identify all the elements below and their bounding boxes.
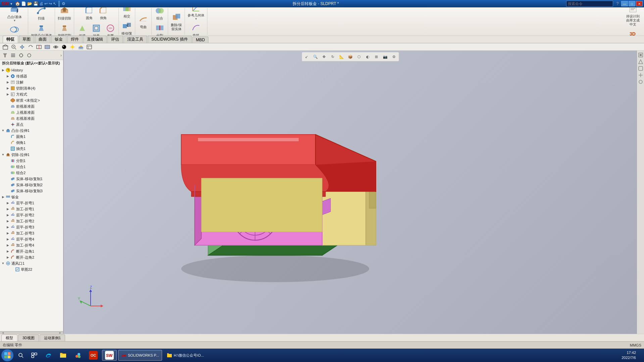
tab-weldments[interactable]: 焊件 [67, 36, 83, 43]
view-settings-btn[interactable]: ⚙ [390, 53, 398, 60]
tab-direct-edit[interactable]: 直接编辑 [83, 36, 107, 43]
options-icon[interactable]: ⚙ [62, 1, 65, 6]
tab-surface[interactable]: 曲面 [35, 36, 50, 43]
intersect-button[interactable]: 相交 [120, 7, 134, 19]
instant3d-button[interactable]: 3D Instant3D [624, 28, 641, 36]
expand-boss-extrude1[interactable]: ▼ [1, 128, 5, 133]
move-copy-button[interactable]: 移动/复制实体 [120, 19, 134, 36]
tree-item-sensors[interactable]: ▶ 传感器 [0, 73, 63, 79]
close-button[interactable]: ✕ [636, 1, 643, 6]
expand-sheetmetal[interactable]: ▶ [1, 195, 5, 199]
tree-item-right-plane[interactable]: 右视基准面 [0, 115, 63, 121]
tree-item-cutlist[interactable]: ▶ 切割清单(4) [0, 85, 63, 91]
expand-process3[interactable]: ▶ [5, 231, 10, 236]
tree-item-combine1[interactable]: 组合1 [0, 164, 63, 170]
tab-model[interactable]: 模型 [1, 334, 17, 341]
redo-icon[interactable]: ↪ [49, 1, 52, 6]
tree-item-flatten4[interactable]: ▶ 层平-折弯4 [0, 236, 63, 242]
tab-feature[interactable]: 特征 [3, 36, 18, 43]
left-panel-scrollbar[interactable]: ◄ ► [0, 331, 63, 334]
sweep-button[interactable]: 扫描 [35, 7, 48, 21]
tab-solidworks-addins[interactable]: SOLIDWORKS 插件 [148, 36, 192, 43]
view-section-btn[interactable]: ⬡ [355, 53, 363, 60]
tab-motion[interactable]: 运动算例1 [40, 334, 65, 341]
display-style-btn[interactable] [43, 43, 51, 51]
zoom-btn[interactable] [10, 43, 18, 51]
fillet-button[interactable]: 圆角 [83, 7, 96, 21]
taskbar-taskview[interactable] [28, 350, 40, 361]
loft-button[interactable]: 放样凸台/基体 [30, 21, 53, 36]
print-icon[interactable]: 🖨 [39, 1, 43, 6]
view-pan-btn[interactable]: ✥ [320, 53, 328, 60]
save-icon[interactable]: 💾 [33, 1, 38, 6]
boss-dropdown-arrow[interactable]: ▼ [13, 19, 16, 22]
view-wireframe-btn[interactable]: ⊞ [373, 53, 381, 60]
tree-item-history[interactable]: ▶ History [0, 67, 63, 73]
tree-item-top-plane[interactable]: 上视基准面 [0, 109, 63, 115]
tree-item-split1[interactable]: 分割1 [0, 158, 63, 164]
restore-button[interactable]: □ [629, 1, 635, 6]
expand-flatten3[interactable]: ▶ [5, 225, 10, 229]
appearance-btn[interactable] [60, 43, 68, 51]
circle-btn[interactable] [26, 52, 33, 59]
hide-show-btn[interactable] [52, 43, 60, 51]
expand-cut-extrude1[interactable]: ▼ [1, 152, 5, 157]
tab-sketch[interactable]: 草图 [19, 36, 34, 43]
taskbar-app-oc[interactable]: OC [86, 350, 101, 361]
cut-loft-button[interactable]: 放样切割 [56, 21, 72, 36]
taskbar-solidworks-file[interactable]: SW SOLIDWORKS P... [118, 350, 162, 361]
cut-extrude-button[interactable]: 扫描切除 [56, 7, 72, 21]
tree-item-move-copy2[interactable]: 实体-移动/复制2 [0, 182, 63, 188]
draft-button[interactable]: 拔模 [76, 22, 89, 36]
tree-item-process4[interactable]: ▶ 加工-折弯4 [0, 242, 63, 248]
taskbar-app-paint[interactable] [71, 350, 85, 361]
new-icon[interactable]: 📄 [21, 1, 26, 6]
view-shade-btn[interactable]: ◐ [364, 53, 372, 60]
tab-mbd[interactable]: MBD [192, 37, 209, 43]
start-button[interactable] [1, 349, 13, 361]
expand-equations[interactable]: ▶ [5, 92, 10, 97]
copy-body-button[interactable]: 删除/保留实体 [169, 11, 183, 32]
show-desktop-btn[interactable] [641, 349, 643, 361]
chamfer-button[interactable]: 倒角 [97, 7, 110, 21]
section-view-btn[interactable] [35, 43, 43, 51]
wrap-button[interactable]: 包覆 [104, 22, 117, 36]
curves-button[interactable]: 曲线 ▼ [189, 21, 203, 36]
undo-icon[interactable]: ↩ [44, 1, 48, 6]
view-orient-btn[interactable]: ↙ [303, 53, 311, 60]
tree-item-boss-extrude1[interactable]: ▼ 凸台-拉伸1 [0, 127, 63, 134]
ref-geo-button[interactable]: 参考几何体 ▼ [186, 7, 206, 21]
tab-evaluate[interactable]: 评估 [107, 36, 123, 43]
taskbar-folder-file[interactable]: H:\微信公众号\O... [163, 350, 207, 361]
3d-viewport[interactable]: Z X Y ↙ 🔍 ✥ ↻ 📐 📦 ⬡ ◐ ⊞ 📷 ⚙ [64, 51, 637, 334]
shell-button[interactable]: 抽壳 [90, 22, 103, 36]
tree-item-process2[interactable]: ▶ 加工-折弯2 [0, 218, 63, 224]
view-measure-btn[interactable]: 📐 [338, 53, 346, 60]
lighting-btn[interactable] [68, 43, 77, 51]
taskbar-app-solidworks[interactable]: SW [102, 350, 117, 361]
tree-item-combine2[interactable]: 组合2 [0, 170, 63, 176]
deform-button[interactable]: 弯曲 [137, 13, 150, 30]
taskbar-app-edge[interactable] [42, 350, 55, 361]
combine-button[interactable]: 组合 [153, 7, 166, 21]
right-btn-4[interactable] [638, 72, 644, 78]
taskbar-search[interactable] [15, 350, 27, 361]
expand-process4[interactable]: ▶ [5, 243, 10, 248]
revolve-button[interactable]: 旋转凸台/基体 [3, 23, 27, 36]
view-3d-btn[interactable]: 📦 [346, 53, 354, 60]
open-icon[interactable]: 📂 [27, 1, 32, 6]
right-btn-1[interactable] [638, 52, 644, 58]
list-view-btn[interactable] [9, 52, 17, 59]
tree-item-cut-extrude1[interactable]: ▼ 切除-拉伸1 [0, 152, 63, 158]
expand-process1[interactable]: ▶ [5, 207, 10, 211]
tree-item-sketch22[interactable]: 草图22 [0, 266, 63, 272]
tab-3dview[interactable]: 3D视图 [18, 334, 39, 341]
view-camera-btn[interactable]: 📷 [381, 53, 389, 60]
ref-geo-arrow[interactable]: ▼ [195, 17, 197, 20]
tree-item-fillet1[interactable]: 圆角1 [0, 134, 63, 140]
expand-edge2[interactable]: ▶ [5, 255, 10, 260]
expand-process2[interactable]: ▶ [5, 219, 10, 223]
tree-item-move-copy1[interactable]: 实体-移动/复制1 [0, 176, 63, 182]
tab-render[interactable]: 渲染工具 [123, 36, 147, 43]
orient-view-btn[interactable] [1, 43, 9, 51]
